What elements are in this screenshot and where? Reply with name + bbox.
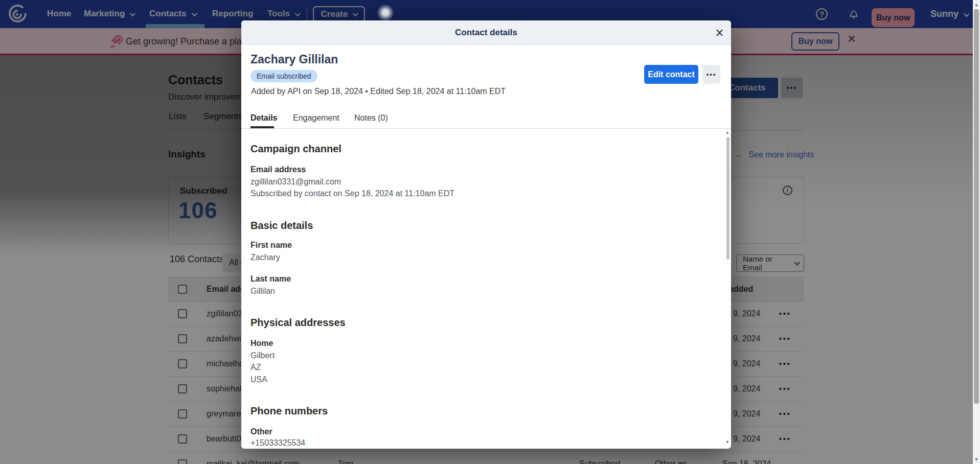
contact-details-modal: Contact details × Zachary Gillilan Email… (241, 20, 731, 449)
modal-tab-notes[interactable]: Notes (0) (354, 113, 388, 123)
section-heading-basic-details: Basic details (250, 220, 313, 231)
field-label-last-name: Last name (250, 274, 291, 284)
field-value-phone: +15033325534 (250, 438, 305, 448)
contact-overflow-menu-button[interactable]: ••• (702, 65, 720, 84)
field-label-other-phone: Other (250, 427, 272, 436)
field-value-country: USA (250, 375, 267, 384)
scroll-down-arrow-icon[interactable]: ▼ (973, 457, 980, 462)
backdrop-shade-right (731, 55, 980, 208)
modal-tabs-divider (241, 128, 731, 129)
modal-tab-details[interactable]: Details (250, 113, 277, 123)
field-value-email: zgillilan0331@gmail.com (250, 177, 341, 187)
modal-scrollbar-thumb[interactable] (726, 137, 730, 260)
page-scrollbar[interactable]: ▲ ▼ (973, 0, 980, 464)
scroll-down-arrow-icon[interactable]: ▼ (725, 439, 730, 445)
status-badge: Email subscribed (250, 70, 317, 82)
contact-meta: Added by API on Sep 18, 2024 • Edited Se… (251, 87, 506, 96)
page-scrollbar-thumb[interactable] (974, 9, 979, 404)
edit-contact-button[interactable]: Edit contact (644, 65, 698, 84)
modal-header: Contact details (241, 20, 731, 45)
modal-close-icon[interactable]: × (715, 23, 724, 42)
field-label-first-name: First name (250, 241, 292, 250)
section-heading-physical-addresses: Physical addresses (250, 317, 346, 329)
ellipsis-icon: ••• (706, 71, 717, 78)
backdrop-shade-left (0, 55, 241, 256)
hint-lightbulb-icon[interactable] (377, 4, 394, 21)
active-tab-indicator (250, 126, 274, 128)
modal-tab-engagement[interactable]: Engagement (293, 113, 339, 123)
scroll-up-arrow-icon[interactable]: ▲ (725, 130, 730, 135)
field-value-first-name: Zachary (250, 253, 280, 262)
field-label-email-address: Email address (250, 165, 306, 174)
modal-title: Contact details (241, 20, 731, 45)
field-value-subscribed-by: Subscribed by contact on Sep 18, 2024 at… (250, 189, 454, 198)
app-root: Home Marketing Contacts Reporting Tools … (0, 0, 980, 464)
section-heading-phone-numbers: Phone numbers (250, 405, 328, 417)
section-heading-campaign-channel: Campaign channel (250, 143, 341, 155)
field-value-city: Gilbert (250, 351, 275, 360)
field-value-state: AZ (250, 363, 261, 372)
field-label-home: Home (250, 339, 273, 348)
edit-contact-label: Edit contact (648, 70, 695, 79)
field-value-last-name: Gillilan (250, 287, 275, 296)
scroll-up-arrow-icon[interactable]: ▲ (973, 2, 980, 7)
contact-name: Zachary Gillilan (250, 53, 338, 66)
